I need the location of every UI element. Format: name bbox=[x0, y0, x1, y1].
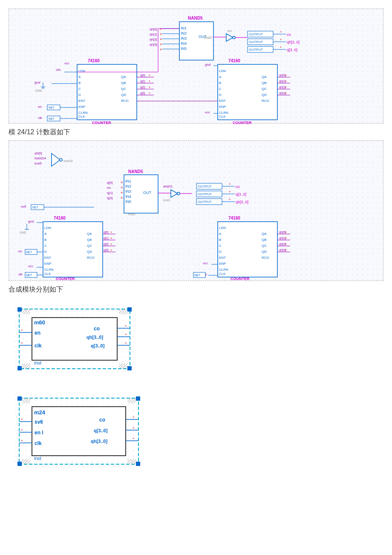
svg-text:vcc: vcc bbox=[64, 61, 69, 65]
svg-text:q[3]: q[3] bbox=[140, 92, 145, 95]
svg-point-157 bbox=[177, 192, 180, 195]
svg-text:gnd: gnd bbox=[35, 81, 40, 84]
svg-text:en: en bbox=[107, 186, 111, 190]
svg-text:×: × bbox=[21, 417, 23, 421]
svg-text:CLK: CLK bbox=[78, 115, 85, 119]
svg-rect-272 bbox=[119, 364, 127, 369]
svg-text:74160: 74160 bbox=[54, 216, 66, 220]
svg-text:QB: QB bbox=[121, 81, 126, 85]
svg-text:C: C bbox=[44, 244, 47, 248]
svg-text:m24: m24 bbox=[34, 409, 46, 416]
svg-text:OUT: OUT bbox=[143, 191, 152, 195]
svg-rect-271 bbox=[22, 364, 30, 369]
svg-text:×: × bbox=[121, 185, 123, 190]
svg-text:IN3: IN3 bbox=[125, 189, 131, 194]
svg-rect-295 bbox=[17, 396, 22, 401]
svg-text:×: × bbox=[280, 46, 282, 49]
svg-text:QB: QB bbox=[262, 81, 267, 85]
svg-text:QA: QA bbox=[87, 232, 92, 236]
svg-text:D: D bbox=[219, 93, 222, 97]
svg-text:×: × bbox=[149, 92, 150, 95]
svg-text:×: × bbox=[149, 86, 150, 89]
svg-text:QD: QD bbox=[121, 93, 126, 97]
svg-rect-297 bbox=[17, 462, 22, 466]
svg-text:×: × bbox=[229, 182, 231, 185]
svg-text:QB: QB bbox=[262, 238, 267, 242]
svg-text:qh[3..0]: qh[3..0] bbox=[236, 200, 248, 204]
svg-text:×: × bbox=[160, 37, 162, 41]
svg-text:vdn: vdn bbox=[56, 68, 61, 71]
svg-rect-269 bbox=[22, 309, 30, 314]
svg-text:B: B bbox=[44, 238, 46, 242]
svg-text:NET: NET bbox=[26, 274, 32, 277]
svg-text:q[1]: q[1] bbox=[104, 237, 109, 240]
svg-text:COUNTER: COUNTER bbox=[231, 277, 250, 281]
svg-text:×: × bbox=[160, 32, 162, 36]
schematic-diagram-1: NAND5 IN1 IN2 IN3 IN4 IN5 OUT inst2 × × … bbox=[9, 9, 383, 124]
svg-text:vcc: vcc bbox=[227, 29, 232, 33]
svg-text:×: × bbox=[125, 324, 127, 328]
svg-text:en: en bbox=[35, 330, 40, 336]
svg-text:×: × bbox=[110, 243, 112, 246]
svg-rect-301 bbox=[22, 459, 30, 464]
svg-text:×: × bbox=[133, 436, 135, 440]
svg-text:×: × bbox=[21, 341, 23, 345]
svg-text:C: C bbox=[219, 87, 222, 91]
svg-text:NET: NET bbox=[32, 206, 39, 209]
svg-text:NET: NET bbox=[49, 117, 55, 120]
svg-text:A: A bbox=[78, 75, 81, 79]
svg-text:×: × bbox=[160, 47, 162, 52]
svg-text:NAND4: NAND4 bbox=[35, 156, 46, 160]
svg-text:×: × bbox=[110, 231, 112, 234]
svg-text:ENP: ENP bbox=[78, 105, 85, 109]
svg-text:IN1: IN1 bbox=[181, 26, 187, 30]
svg-rect-264 bbox=[17, 307, 22, 312]
svg-text:C: C bbox=[219, 244, 222, 248]
svg-text:co: co bbox=[94, 326, 100, 332]
module-m60-svg: m60 × en × clk × co × qh[3..0] bbox=[15, 305, 134, 373]
svg-text:ENT: ENT bbox=[78, 99, 85, 103]
svg-text:qh[0]: qh[0] bbox=[279, 74, 286, 77]
svg-text:LDN: LDN bbox=[44, 226, 51, 230]
svg-text:CLRN: CLRN bbox=[219, 268, 228, 272]
svg-point-133 bbox=[60, 159, 62, 161]
svg-text:IN5: IN5 bbox=[125, 199, 131, 204]
svg-text:A: A bbox=[219, 75, 222, 79]
svg-text:CLK: CLK bbox=[219, 272, 226, 276]
svg-text:B: B bbox=[219, 81, 221, 85]
svg-text:QD: QD bbox=[262, 93, 267, 97]
svg-text:qh[3]: qh[3] bbox=[279, 92, 286, 95]
svg-text:×: × bbox=[133, 415, 135, 419]
svg-text:×: × bbox=[280, 30, 282, 33]
svg-text:LDN: LDN bbox=[219, 226, 226, 230]
svg-text:B: B bbox=[219, 238, 221, 242]
svg-text:COUNTER: COUNTER bbox=[233, 121, 252, 124]
svg-text:CLRN: CLRN bbox=[44, 268, 54, 272]
svg-text:QC: QC bbox=[121, 87, 126, 91]
svg-text:×: × bbox=[133, 426, 135, 430]
svg-text:D: D bbox=[78, 93, 81, 97]
svg-text:×: × bbox=[149, 80, 150, 83]
module-m60-container: m60 × en × clk × co × qh[3..0] bbox=[9, 298, 383, 381]
svg-text:q[2]: q[2] bbox=[104, 243, 109, 246]
svg-text:ENT: ENT bbox=[44, 256, 51, 260]
svg-text:vcc: vcc bbox=[205, 110, 210, 114]
svg-text:co: co bbox=[99, 417, 105, 423]
svg-text:QC: QC bbox=[87, 244, 92, 248]
svg-text:qh[2]: qh[2] bbox=[279, 86, 286, 89]
svg-text:inst5: inst5 bbox=[35, 162, 42, 165]
svg-rect-270 bbox=[119, 309, 127, 314]
module-m24-svg: m24 × sv6 × en l × clk × co bbox=[15, 394, 143, 468]
svg-text:gnd: gnd bbox=[205, 63, 210, 66]
svg-text:×: × bbox=[160, 27, 162, 31]
svg-text:qh[1]: qh[1] bbox=[150, 32, 157, 36]
svg-rect-266 bbox=[17, 366, 22, 370]
svg-text:co: co bbox=[287, 32, 291, 37]
svg-text:clk: clk bbox=[35, 343, 42, 349]
svg-text:qh[2]: qh[2] bbox=[279, 243, 286, 246]
svg-rect-265 bbox=[127, 307, 132, 312]
svg-text:sv6: sv6 bbox=[35, 419, 43, 425]
svg-text:NAND5: NAND5 bbox=[128, 169, 143, 174]
schematic-svg-1: NAND5 IN1 IN2 IN3 IN4 IN5 OUT inst2 × × … bbox=[9, 9, 384, 124]
svg-text:QA: QA bbox=[262, 232, 267, 236]
